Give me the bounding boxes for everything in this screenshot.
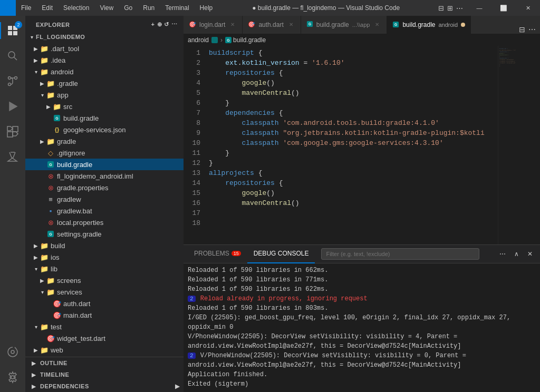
- sidebar-item-gradle-properties[interactable]: ▶ ⊗ gradle.properties: [25, 182, 184, 193]
- menu-help[interactable]: Help: [195, 0, 218, 16]
- sidebar-item-app[interactable]: ▾ 📁 app: [25, 89, 184, 101]
- dependencies-label: DEPENDENCIES: [40, 383, 89, 389]
- sidebar-item-gradle-folder[interactable]: ▶ 📁 gradle: [25, 135, 184, 147]
- sidebar-item-main-dart[interactable]: ▶ 🎯 main.dart: [25, 309, 184, 321]
- breadcrumb-gradle[interactable]: Gbuild.gradle: [225, 36, 266, 44]
- new-folder-icon[interactable]: ⊕: [157, 21, 162, 28]
- svg-rect-8: [13, 126, 18, 132]
- sidebar-item-google-services[interactable]: ▶ {} google-services.json: [25, 124, 184, 135]
- activity-search[interactable]: [0, 43, 25, 68]
- window-extra-icons: ⊟ ⊞ ⋯: [434, 4, 467, 12]
- sidebar-item-src[interactable]: ▶ 📁 src: [25, 101, 184, 112]
- sidebar-header: Explorer + ⊕ ↺ ⋯: [25, 16, 184, 31]
- sidebar-section-dependencies[interactable]: ▶ DEPENDENCIES ▶: [25, 380, 184, 392]
- terminal-tab-problems[interactable]: PROBLEMS 15: [188, 245, 247, 263]
- sidebar-item-android[interactable]: ▾ 📁 android: [25, 66, 184, 77]
- svg-text:G: G: [227, 38, 230, 42]
- editor-layout-icon[interactable]: ⊟: [519, 25, 525, 34]
- terminal-more-icon[interactable]: ⋯: [497, 248, 508, 260]
- terminal-tab-debug-console[interactable]: DEBUG CONSOLE: [247, 245, 315, 263]
- split-icon[interactable]: ⊞: [447, 4, 453, 12]
- sidebar-item-build[interactable]: ▶ 📁 build: [25, 240, 184, 251]
- activity-settings[interactable]: [0, 365, 25, 390]
- terminal-line-1: Reloaded 1 of 590 libraries in 662ms.: [188, 266, 536, 275]
- menu-file[interactable]: File: [16, 0, 36, 16]
- sidebar-item-build-gradle-android[interactable]: ▶ G build.gradle ←: [25, 159, 184, 170]
- sidebar-item-local-properties[interactable]: ▶ ⊗ local.properties: [25, 217, 184, 228]
- sidebar-section-outline[interactable]: ▶ OUTLINE: [25, 357, 184, 369]
- activity-run[interactable]: [0, 94, 25, 119]
- close-button[interactable]: ✕: [516, 0, 540, 16]
- sidebar-item-web[interactable]: ▶ 📁 web: [25, 344, 184, 356]
- sidebar-item-screens[interactable]: ▶ 📁 screens: [25, 275, 184, 286]
- sidebar-item-settings-gradle[interactable]: ▶ G settings.gradle: [25, 228, 184, 240]
- svg-marker-6: [9, 102, 17, 111]
- sidebar-header-icons: + ⊕ ↺ ⋯: [151, 21, 177, 28]
- sidebar-item-gitignore[interactable]: ▶ ◇ .gitignore: [25, 147, 184, 159]
- sidebar-item-iml[interactable]: ▶ ⊗ fl_logindemo_android.iml: [25, 170, 184, 182]
- expand-arrow-android: ▾: [32, 67, 40, 76]
- tab-login-dart[interactable]: 🎯 login.dart ✕: [184, 16, 243, 34]
- gradle-folder-label: gradle: [57, 138, 184, 145]
- sidebar-item-test[interactable]: ▾ 📁 test: [25, 321, 184, 332]
- layout-icon[interactable]: ⊟: [438, 4, 444, 12]
- more-icon[interactable]: ⋯: [456, 4, 463, 12]
- minimize-button[interactable]: —: [467, 0, 491, 16]
- activity-source-control[interactable]: [0, 68, 25, 94]
- new-file-icon[interactable]: +: [151, 21, 155, 28]
- lib-label: lib: [51, 265, 184, 273]
- breadcrumb-android[interactable]: android: [188, 36, 209, 44]
- sidebar-section-timeline[interactable]: ▶ TIMELINE: [25, 369, 184, 380]
- sidebar-item-build-gradle-app[interactable]: ▶ G build.gradle: [25, 112, 184, 124]
- sidebar-item-gradle-dir[interactable]: ▶ 📁 .gradle ←: [25, 77, 184, 89]
- collapse-icon[interactable]: ⋯: [171, 21, 178, 28]
- app-label: app: [57, 91, 184, 99]
- activity-test[interactable]: [0, 144, 25, 170]
- folder-icon-build: 📁: [40, 241, 49, 250]
- gradle-icon-android: G: [46, 160, 55, 169]
- svg-line-1: [14, 57, 17, 61]
- menu-run[interactable]: Run: [138, 0, 160, 16]
- tab-build-gradle-app[interactable]: G build.gradle ...\\app ✕: [301, 16, 388, 34]
- activity-extensions[interactable]: [0, 119, 25, 144]
- folder-icon-test: 📁: [40, 322, 49, 331]
- terminal-collapse-icon[interactable]: ∧: [510, 248, 522, 260]
- terminal-filter-input[interactable]: [321, 248, 479, 260]
- menu-view[interactable]: View: [94, 0, 119, 16]
- menu-selection[interactable]: Selection: [58, 0, 94, 16]
- tab-close-auth[interactable]: ✕: [287, 21, 295, 29]
- activity-remote[interactable]: [0, 339, 25, 365]
- minimap: buildscript { ext.kotlin_version = '1.6'…: [498, 46, 540, 244]
- dependencies-arrow[interactable]: ▶: [175, 383, 180, 390]
- debug-console-label: DEBUG CONSOLE: [254, 250, 309, 257]
- code-editor[interactable]: 12345 678910 1112131415 161718 buildscri…: [184, 46, 540, 244]
- sidebar-item-dart_tool[interactable]: ▶ 📁 .dart_tool: [25, 43, 184, 54]
- folder-icon-screens: 📁: [46, 276, 55, 285]
- terminal-close-icon[interactable]: ✕: [524, 248, 536, 260]
- svg-point-11: [11, 376, 14, 379]
- sidebar-item-idea[interactable]: ▶ 📁 .idea: [25, 54, 184, 66]
- menu-go[interactable]: Go: [119, 0, 138, 16]
- tab-close-build-gradle-app[interactable]: ✕: [373, 21, 381, 29]
- tab-build-gradle-android[interactable]: G build.gradle android: [387, 16, 471, 34]
- sidebar-item-auth-dart[interactable]: ▶ 🎯 auth.dart: [25, 298, 184, 309]
- sidebar-item-gradlew[interactable]: ▶ ≡ gradlew: [25, 193, 184, 205]
- sidebar-item-services[interactable]: ▾ 📁 services: [25, 286, 184, 298]
- sidebar-item-fl_logindemo[interactable]: ▾ FL_LOGINDEMO: [25, 31, 184, 43]
- sidebar-item-ios[interactable]: ▶ 📁 ios: [25, 251, 184, 263]
- tab-close-login[interactable]: ✕: [228, 21, 237, 29]
- tab-bar: 🎯 login.dart ✕ 🎯 auth.dart ✕ G build.gra…: [184, 16, 540, 34]
- gradlew-icon: ≡: [46, 195, 55, 203]
- tab-bar-more-icon[interactable]: ⋯: [528, 25, 536, 34]
- sidebar-item-widget-test[interactable]: ▶ 🎯 widget_test.dart: [25, 332, 184, 344]
- activity-explorer[interactable]: 2: [0, 18, 25, 43]
- gradle-label: .gradle: [57, 80, 184, 87]
- refresh-icon[interactable]: ↺: [164, 21, 169, 28]
- tab-auth-dart[interactable]: 🎯 auth.dart ✕: [243, 16, 301, 34]
- menu-edit[interactable]: Edit: [36, 0, 58, 16]
- gradlew-bat-label: gradlew.bat: [57, 207, 184, 215]
- menu-terminal[interactable]: Terminal: [160, 0, 194, 16]
- maximize-button[interactable]: ⬜: [491, 0, 516, 16]
- sidebar-item-gradlew-bat[interactable]: ▶ ▪ gradlew.bat: [25, 205, 184, 217]
- sidebar-item-lib[interactable]: ▾ 📁 lib: [25, 263, 184, 275]
